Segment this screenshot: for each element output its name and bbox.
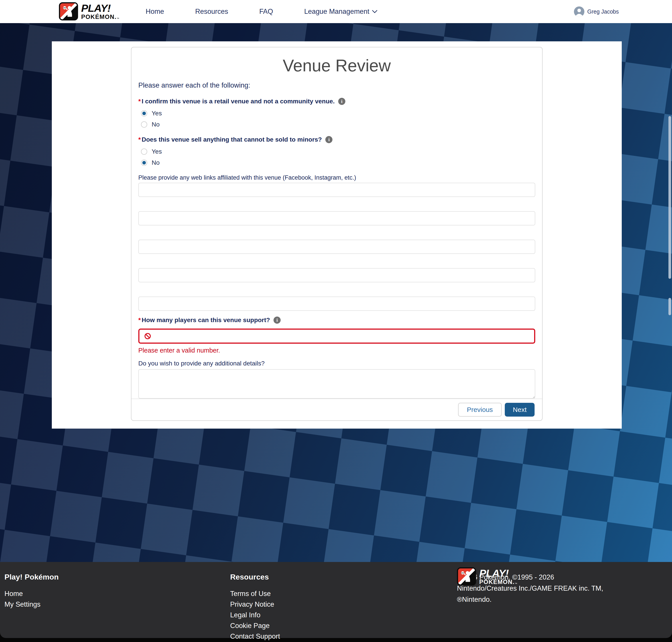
radio-option-no[interactable]: No [141,159,535,166]
players-error-message: Please enter a valid number. [138,347,535,354]
form-actions: Previous Next [131,399,542,420]
trainer-silhouette-icon [60,3,77,20]
radio-option-yes[interactable]: Yes [141,110,535,117]
info-icon[interactable]: i [325,136,332,143]
question-retail-venue-options: Yes No [138,110,535,128]
radio-button-icon [141,121,147,128]
footer-wrapper: Play! Pokémon Home My Settings Resources… [0,562,672,642]
footer-heading: Play! Pokémon [4,573,59,581]
footer-column-play-pokemon: Play! Pokémon Home My Settings [4,573,59,610]
play-pokemon-badge-icon [59,2,78,21]
radio-button-icon [141,159,147,166]
nav-link-faq[interactable]: FAQ [259,8,273,15]
trademark-symbol: ™ [515,582,518,585]
footer-column-legal: PLAY! POKÉMON.™ ©2026 Pokémon. ©1995 - 2… [457,567,617,605]
main-content-panel: Venue Review Please answer each of the f… [52,41,622,428]
scrollbar-thumb[interactable] [669,116,671,279]
trainer-silhouette-icon [458,568,475,585]
trademark-symbol: ™ [116,17,119,20]
radio-button-icon [141,149,147,155]
footer-link-terms-of-use[interactable]: Terms of Use [230,588,280,599]
footer-play-pokemon-logo: PLAY! POKÉMON.™ [457,567,518,586]
logo-text: PLAY! POKÉMON.™ [479,568,518,585]
web-link-input-2[interactable] [138,211,535,226]
previous-button[interactable]: Previous [458,403,502,416]
radio-option-yes[interactable]: Yes [141,148,535,155]
nav-link-home[interactable]: Home [145,8,164,15]
user-menu[interactable]: Greg Jacobs [574,0,619,23]
footer-link-my-settings[interactable]: My Settings [4,599,59,610]
details-label: Do you wish to provide any additional de… [138,360,535,367]
logo-text: PLAY! POKÉMON.™ [81,3,119,20]
venue-review-form: Venue Review Please answer each of the f… [131,47,542,399]
prohibited-icon [144,333,151,339]
players-count-input[interactable] [138,329,535,344]
page-title: Venue Review [138,55,535,76]
footer-link-home[interactable]: Home [4,588,59,599]
footer-link-legal-info[interactable]: Legal Info [230,610,280,620]
user-name: Greg Jacobs [587,9,619,15]
question-retail-venue-label: * I confirm this venue is a retail venue… [138,98,535,105]
footer-link-privacy-notice[interactable]: Privacy Notice [230,599,280,610]
footer-column-resources: Resources Terms of Use Privacy Notice Le… [230,573,280,642]
radio-option-no[interactable]: No [141,121,535,128]
logo-play-text: PLAY! [479,568,518,578]
form-intro-text: Please answer each of the following: [138,81,535,89]
details-textarea[interactable] [138,369,535,399]
web-link-input-5[interactable] [138,297,535,311]
user-avatar-icon [574,7,584,17]
radio-button-icon [141,110,147,116]
venue-review-card: Venue Review Please answer each of the f… [131,47,543,421]
play-pokemon-logo[interactable]: PLAY! POKÉMON.™ [59,2,119,21]
page-footer: Play! Pokémon Home My Settings Resources… [0,562,672,638]
play-pokemon-badge-icon [457,567,476,586]
required-asterisk: * [138,317,141,324]
footer-link-contact-support[interactable]: Contact Support [230,631,280,642]
main-navigation: Home Resources FAQ League Management [145,0,377,23]
question-sell-minors-options: Yes No [138,148,535,166]
info-icon[interactable]: i [274,317,281,324]
footer-heading: Resources [230,573,280,581]
info-icon[interactable]: i [338,98,345,105]
logo-pokemon-text: POKÉMON.™ [81,14,119,20]
question-players-label: * How many players can this venue suppor… [138,317,535,324]
weblinks-label: Please provide any web links affiliated … [138,174,535,181]
top-navbar: PLAY! POKÉMON.™ Home Resources FAQ Leagu… [0,0,672,23]
question-sell-minors-label: * Does this venue sell anything that can… [138,136,535,143]
required-asterisk: * [138,98,141,105]
chevron-down-icon [372,10,377,13]
footer-link-cookie-page[interactable]: Cookie Page [230,620,280,631]
scrollbar-thumb-fragment[interactable] [669,298,671,315]
required-asterisk: * [138,136,141,143]
nav-link-resources[interactable]: Resources [195,8,228,15]
web-link-input-4[interactable] [138,268,535,282]
web-link-input-3[interactable] [138,240,535,254]
next-button[interactable]: Next [505,403,535,416]
logo-play-text: PLAY! [81,3,119,13]
nav-link-league-management[interactable]: League Management [304,8,377,15]
web-link-input-1[interactable] [138,183,535,197]
logo-pokemon-text: POKÉMON.™ [479,579,518,585]
